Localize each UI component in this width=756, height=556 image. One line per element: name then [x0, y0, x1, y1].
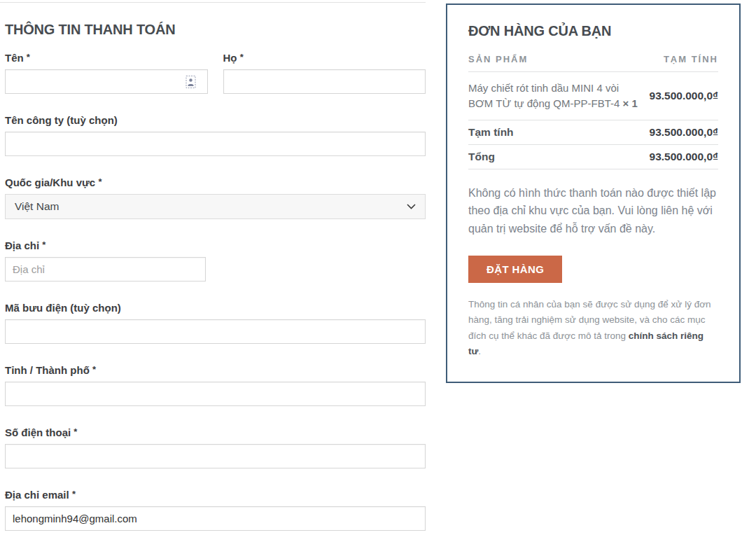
last-name-field: Họ *	[223, 52, 426, 94]
order-item-price: 93.500.000,0₫	[650, 90, 718, 102]
address-field: Địa chỉ *	[5, 239, 426, 282]
first-name-label: Tên *	[5, 52, 208, 64]
postcode-label: Mã bưu điện (tuỳ chọn)	[5, 302, 426, 314]
order-item-quantity: × 1	[623, 97, 638, 109]
last-name-label: Họ *	[223, 52, 426, 64]
subtotal-column-header: TẠM TÍNH	[664, 54, 718, 64]
subtotal-label: Tạm tính	[468, 126, 514, 139]
first-name-field: Tên *	[5, 52, 208, 94]
company-label: Tên công ty (tuỳ chọn)	[5, 114, 426, 126]
address-input[interactable]	[5, 257, 206, 282]
country-field: Quốc gia/Khu vực * Việt Nam	[5, 176, 426, 219]
name-row: Tên * Họ *	[5, 52, 426, 114]
privacy-policy-text: Thông tin cá nhân của bạn sẽ được sử dụn…	[468, 297, 718, 359]
checkout-page: THÔNG TIN THANH TOÁN Tên * Họ *	[0, 0, 756, 551]
order-item-name: Máy chiết rót tinh dầu MINI 4 vòi BƠM TỪ…	[468, 81, 642, 111]
required-mark: *	[72, 489, 76, 499]
country-selected-value: Việt Nam	[15, 200, 59, 213]
place-order-button[interactable]: ĐẶT HÀNG	[468, 256, 562, 283]
total-row: Tổng 93.500.000,0₫	[468, 145, 718, 169]
email-label: Địa chỉ email *	[5, 489, 426, 501]
required-mark: *	[240, 52, 244, 62]
chevron-down-icon	[407, 204, 416, 209]
last-name-input[interactable]	[223, 69, 426, 94]
total-value: 93.500.000,0₫	[650, 151, 718, 163]
country-label: Quốc gia/Khu vực *	[5, 176, 426, 188]
required-mark: *	[27, 52, 30, 62]
email-field: Địa chỉ email *	[5, 489, 426, 531]
phone-input[interactable]	[5, 444, 426, 468]
order-table-header: SẢN PHẨM TẠM TÍNH	[468, 54, 718, 72]
city-field: Tỉnh / Thành phố *	[5, 364, 426, 406]
total-label: Tổng	[468, 151, 495, 163]
country-select[interactable]: Việt Nam	[5, 194, 426, 219]
no-payment-methods-notice: Không có hình thức thanh toán nào được t…	[468, 184, 718, 239]
postcode-field: Mã bưu điện (tuỳ chọn)	[5, 302, 426, 344]
order-title: ĐƠN HÀNG CỦA BẠN	[468, 23, 718, 39]
required-mark: *	[92, 364, 96, 375]
billing-section: THÔNG TIN THANH TOÁN Tên * Họ *	[0, 2, 426, 551]
postcode-input[interactable]	[5, 319, 426, 344]
order-item-row: Máy chiết rót tinh dầu MINI 4 vòi BƠM TỪ…	[468, 72, 718, 120]
subtotal-row: Tạm tính 93.500.000,0₫	[468, 120, 718, 145]
email-input[interactable]	[5, 506, 426, 531]
required-mark: *	[42, 239, 46, 250]
city-label: Tỉnh / Thành phố *	[5, 364, 426, 376]
required-mark: *	[74, 426, 77, 437]
billing-title: THÔNG TIN THANH TOÁN	[5, 22, 426, 38]
subtotal-value: 93.500.000,0₫	[650, 126, 718, 139]
product-column-header: SẢN PHẨM	[468, 54, 528, 64]
first-name-input[interactable]	[5, 69, 208, 94]
order-review-box: ĐƠN HÀNG CỦA BẠN SẢN PHẨM TẠM TÍNH Máy c…	[446, 4, 741, 383]
phone-field: Số điện thoại *	[5, 426, 426, 468]
autofill-icon[interactable]	[186, 75, 196, 88]
required-mark: *	[98, 176, 102, 187]
address-label: Địa chỉ *	[5, 239, 426, 251]
city-input[interactable]	[5, 382, 426, 406]
company-field: Tên công ty (tuỳ chọn)	[5, 114, 426, 156]
phone-label: Số điện thoại *	[5, 426, 426, 438]
company-input[interactable]	[5, 132, 426, 156]
